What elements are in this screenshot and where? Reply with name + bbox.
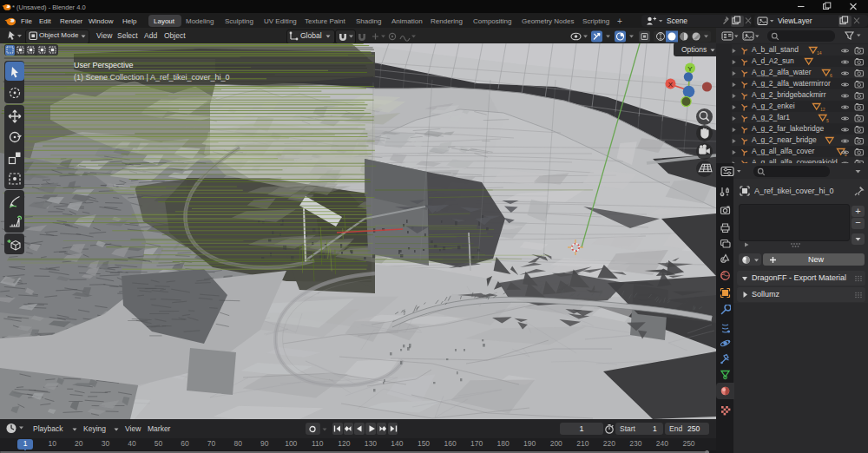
svg-text:14: 14 xyxy=(817,49,822,55)
svg-text:12: 12 xyxy=(820,106,825,111)
svg-text:6: 6 xyxy=(830,72,832,77)
svg-text:X: X xyxy=(668,81,674,89)
svg-text:Y: Y xyxy=(687,65,693,73)
svg-text:5: 5 xyxy=(826,117,829,122)
